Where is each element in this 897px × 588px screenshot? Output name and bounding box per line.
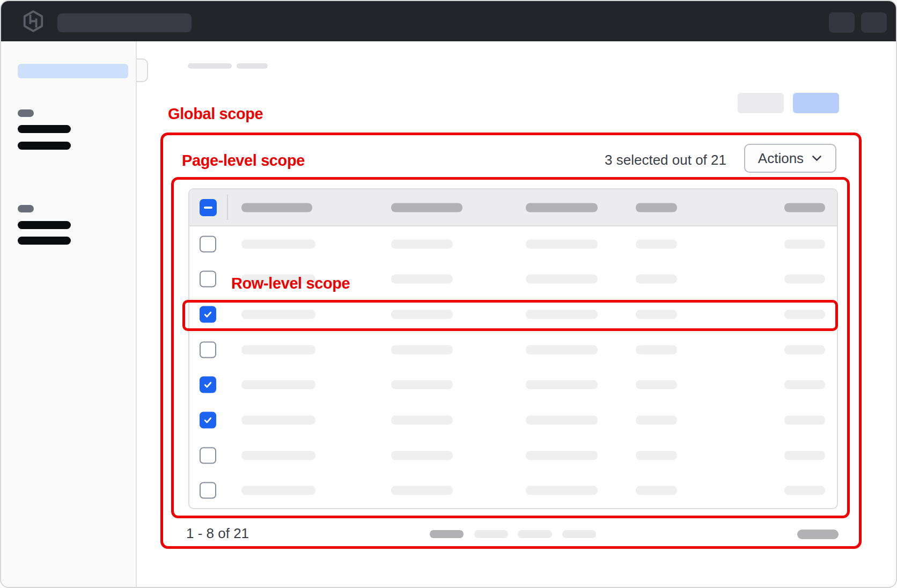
cell-placeholder <box>526 275 598 284</box>
page-scope-label: Page-level scope <box>182 152 305 170</box>
app-window: Global scope Page-level scope Row-level … <box>0 0 897 588</box>
global-scope-label: Global scope <box>168 105 263 123</box>
table-row <box>189 402 837 438</box>
cell-placeholder <box>241 451 315 460</box>
checkmark-icon <box>203 380 212 389</box>
column-header-placeholder <box>241 203 312 212</box>
row-checkbox[interactable] <box>200 377 216 393</box>
cell-placeholder <box>636 310 677 319</box>
breadcrumb-item[interactable] <box>237 63 268 69</box>
row-checkbox[interactable] <box>200 447 216 464</box>
cell-placeholder <box>784 239 825 248</box>
cell-placeholder <box>784 486 825 495</box>
secondary-button-placeholder[interactable] <box>738 93 784 113</box>
column-header-placeholder <box>391 203 462 212</box>
sidebar-section-label <box>18 109 34 117</box>
page-size-control[interactable] <box>797 530 839 539</box>
topbar <box>1 1 896 41</box>
cell-placeholder <box>526 415 598 424</box>
checkmark-icon <box>203 415 212 424</box>
global-search-input[interactable] <box>57 13 192 32</box>
row-checkbox[interactable] <box>200 411 216 428</box>
sidebar <box>1 41 137 587</box>
sidebar-nav-item[interactable] <box>18 142 71 150</box>
table-row <box>189 367 837 403</box>
cell-placeholder <box>784 345 825 354</box>
cell-placeholder <box>526 451 598 460</box>
row-checkbox[interactable] <box>200 236 216 252</box>
row-checkbox[interactable] <box>200 482 216 499</box>
column-header-placeholder <box>636 203 677 212</box>
cell-placeholder <box>391 345 453 354</box>
primary-button-placeholder[interactable] <box>793 93 839 113</box>
cell-placeholder <box>391 486 453 495</box>
cell-placeholder <box>636 345 677 354</box>
selection-count-text: 3 selected out of 21 <box>586 152 726 168</box>
column-header-placeholder <box>784 203 825 212</box>
pagination-control[interactable] <box>430 530 464 538</box>
table-header-row <box>189 189 837 226</box>
cell-placeholder <box>784 380 825 389</box>
hashicorp-logo-icon <box>21 10 45 32</box>
table-body <box>189 226 837 508</box>
pagination-control[interactable] <box>518 530 552 538</box>
actions-button[interactable]: Actions <box>744 144 836 173</box>
sidebar-active-item[interactable] <box>18 64 128 78</box>
cell-placeholder <box>636 380 677 389</box>
cell-placeholder <box>526 380 598 389</box>
topbar-action-placeholder[interactable] <box>829 12 855 33</box>
row-scope-label: Row-level scope <box>231 275 350 292</box>
cell-placeholder <box>636 239 677 248</box>
cell-placeholder <box>391 380 453 389</box>
indeterminate-icon <box>204 207 212 209</box>
cell-placeholder <box>241 415 315 424</box>
cell-placeholder <box>636 275 677 284</box>
cell-placeholder <box>241 345 315 354</box>
select-all-checkbox[interactable] <box>200 199 217 216</box>
cell-placeholder <box>391 451 453 460</box>
cell-placeholder <box>784 275 825 284</box>
table-row <box>189 438 837 473</box>
cell-placeholder <box>526 486 598 495</box>
pagination-control[interactable] <box>562 530 596 538</box>
cell-placeholder <box>526 310 598 319</box>
cell-placeholder <box>241 239 315 248</box>
cell-placeholder <box>636 486 677 495</box>
pagination-range-text: 1 - 8 of 21 <box>186 525 249 542</box>
sidebar-nav-item[interactable] <box>18 125 71 133</box>
cell-placeholder <box>241 486 315 495</box>
table-row <box>189 473 837 508</box>
data-table <box>188 188 838 509</box>
column-header-placeholder <box>526 203 598 212</box>
sidebar-section-label <box>18 205 34 212</box>
cell-placeholder <box>784 310 825 319</box>
cell-placeholder <box>241 310 315 319</box>
cell-placeholder <box>636 451 677 460</box>
row-checkbox[interactable] <box>200 306 216 323</box>
cell-placeholder <box>391 415 453 424</box>
cell-placeholder <box>391 310 453 319</box>
sidebar-nav-item[interactable] <box>18 237 71 245</box>
cell-placeholder <box>636 415 677 424</box>
topbar-action-placeholder[interactable] <box>861 12 887 33</box>
checkmark-icon <box>203 310 212 319</box>
sidebar-toggle-handle[interactable] <box>137 58 148 82</box>
pagination-control[interactable] <box>474 530 508 538</box>
breadcrumb-item[interactable] <box>188 63 232 69</box>
cell-placeholder <box>526 345 598 354</box>
table-row <box>189 332 837 367</box>
cell-placeholder <box>526 239 598 248</box>
header-divider <box>227 195 228 219</box>
row-checkbox[interactable] <box>200 341 216 358</box>
cell-placeholder <box>784 415 825 424</box>
table-row <box>189 297 837 332</box>
chevron-down-icon <box>811 155 822 162</box>
cell-placeholder <box>391 239 453 248</box>
actions-button-label: Actions <box>758 150 804 167</box>
cell-placeholder <box>784 451 825 460</box>
row-checkbox[interactable] <box>200 271 216 288</box>
table-row <box>189 226 837 262</box>
cell-placeholder <box>391 275 453 284</box>
sidebar-nav-item[interactable] <box>18 221 71 229</box>
cell-placeholder <box>241 380 315 389</box>
